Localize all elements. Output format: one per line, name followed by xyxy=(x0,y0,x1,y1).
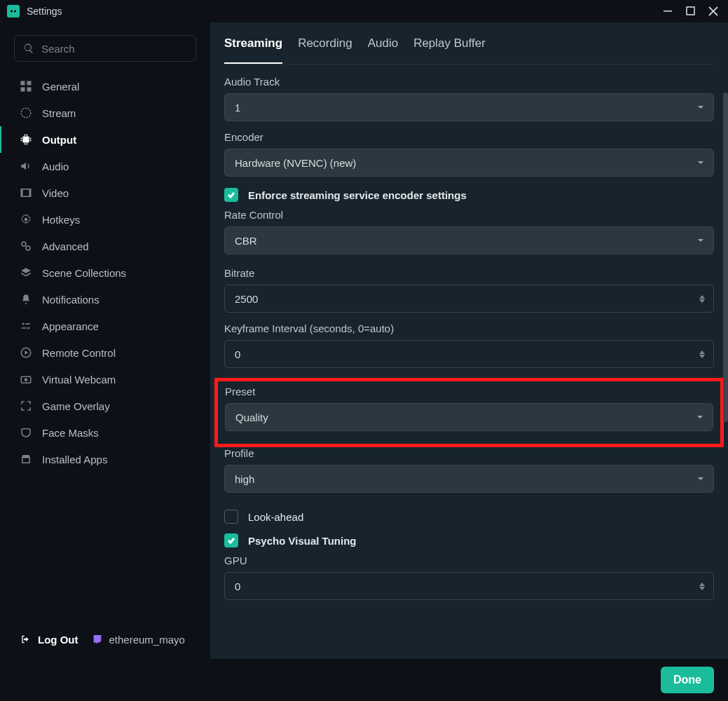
main-panel: Streaming Recording Audio Replay Buffer … xyxy=(210,22,728,659)
search-container xyxy=(0,35,210,73)
sidebar-item-video[interactable]: Video xyxy=(0,179,210,206)
sidebar-item-advanced[interactable]: Advanced xyxy=(0,233,210,259)
sidebar-item-notifications[interactable]: Notifications xyxy=(0,286,210,313)
chevron-down-icon xyxy=(696,413,704,421)
svg-rect-19 xyxy=(21,189,22,197)
svg-point-1 xyxy=(14,11,16,13)
field-encoder: Encoder Hardware (NVENC) (new) xyxy=(224,131,714,177)
sidebar-item-installed-apps[interactable]: Installed Apps xyxy=(0,446,210,472)
select-preset[interactable]: Quality xyxy=(225,403,713,431)
sidebar-item-label: Game Overlay xyxy=(42,400,110,412)
scrollbar-track[interactable] xyxy=(723,72,728,659)
field-preset: Preset Quality xyxy=(225,386,713,431)
number-stepper[interactable] xyxy=(699,285,709,312)
svg-rect-20 xyxy=(29,189,31,197)
sidebar-item-appearance[interactable]: Appearance xyxy=(0,313,210,339)
layers-icon xyxy=(20,266,32,279)
search-input[interactable] xyxy=(41,43,187,55)
maximize-button[interactable] xyxy=(686,6,696,16)
username-label: ethereum_mayo xyxy=(109,634,184,646)
sidebar-item-general[interactable]: General xyxy=(0,73,210,100)
enforce-row[interactable]: Enforce streaming service encoder settin… xyxy=(224,188,714,202)
scrollbar-thumb[interactable] xyxy=(723,93,728,422)
select-profile[interactable]: high xyxy=(224,465,714,493)
svg-rect-4 xyxy=(21,81,25,86)
input-bitrate[interactable]: 2500 xyxy=(224,285,714,313)
select-rate-control[interactable]: CBR xyxy=(224,226,714,254)
grid-icon xyxy=(20,80,32,93)
minimize-button[interactable] xyxy=(664,6,673,16)
sidebar-item-stream[interactable]: Stream xyxy=(0,100,210,126)
select-audio-track[interactable]: 1 xyxy=(224,93,714,121)
play-circle-icon xyxy=(20,346,32,359)
sidebar-item-output[interactable]: Output xyxy=(0,126,210,153)
mask-icon xyxy=(20,426,32,439)
number-stepper[interactable] xyxy=(699,341,709,367)
logout-label: Log Out xyxy=(38,634,78,646)
chevron-down-icon xyxy=(696,236,705,245)
sliders-icon xyxy=(20,320,32,332)
store-icon xyxy=(20,453,32,465)
sidebar-item-face-masks[interactable]: Face Masks xyxy=(0,419,210,446)
svg-point-27 xyxy=(27,327,29,329)
field-label: Audio Track xyxy=(224,76,714,88)
input-keyframe-interval[interactable]: 0 xyxy=(224,340,714,368)
film-icon xyxy=(20,186,32,199)
sidebar-item-audio[interactable]: Audio xyxy=(0,153,210,179)
input-value: 0 xyxy=(235,348,240,360)
done-button[interactable]: Done xyxy=(661,667,714,693)
checkbox-enforce[interactable] xyxy=(224,188,238,202)
tab-replay-buffer[interactable]: Replay Buffer xyxy=(413,36,486,63)
field-label: GPU xyxy=(224,554,714,566)
psycho-row[interactable]: Psycho Visual Tuning xyxy=(224,533,714,547)
look-ahead-row[interactable]: Look-ahead xyxy=(224,510,714,524)
sidebar-item-hotkeys[interactable]: Hotkeys xyxy=(0,206,210,233)
input-gpu[interactable]: 0 xyxy=(224,572,714,600)
sidebar-item-label: Notifications xyxy=(42,294,99,306)
svg-rect-5 xyxy=(27,81,32,86)
input-value: 2500 xyxy=(235,293,258,305)
checkbox-look-ahead[interactable] xyxy=(224,510,238,524)
svg-rect-26 xyxy=(25,323,30,325)
select-value: high xyxy=(235,473,254,485)
search-icon xyxy=(23,43,41,54)
expand-icon xyxy=(20,400,32,412)
checkbox-psycho[interactable] xyxy=(224,533,238,547)
svg-rect-6 xyxy=(21,88,25,92)
sidebar-item-scene-collections[interactable]: Scene Collections xyxy=(0,259,210,286)
logout-button[interactable]: Log Out xyxy=(20,634,78,646)
sidebar-item-game-overlay[interactable]: Game Overlay xyxy=(0,393,210,419)
chip-icon xyxy=(20,133,32,146)
gear-icon xyxy=(20,213,32,226)
titlebar: Settings xyxy=(0,0,728,22)
gears-icon xyxy=(20,240,32,252)
field-label: Profile xyxy=(224,447,714,459)
sidebar-item-remote-control[interactable]: Remote Control xyxy=(0,339,210,366)
chevron-down-icon xyxy=(696,103,705,111)
sidebar-item-virtual-webcam[interactable]: Virtual Webcam xyxy=(0,366,210,393)
field-bitrate: Bitrate 2500 xyxy=(224,267,714,313)
tab-streaming[interactable]: Streaming xyxy=(224,36,282,63)
volume-icon xyxy=(20,160,32,172)
close-button[interactable] xyxy=(708,6,718,16)
svg-rect-17 xyxy=(27,143,28,144)
svg-rect-7 xyxy=(27,88,32,92)
checkbox-label: Look-ahead xyxy=(248,511,303,523)
tab-audio[interactable]: Audio xyxy=(368,36,398,63)
field-audio-track: Audio Track 1 xyxy=(224,76,714,121)
svg-point-23 xyxy=(26,246,30,250)
number-stepper[interactable] xyxy=(699,573,709,599)
user-chip[interactable]: ethereum_mayo xyxy=(92,634,184,646)
checkbox-label: Psycho Visual Tuning xyxy=(248,535,356,547)
svg-point-25 xyxy=(22,323,25,325)
sidebar-item-label: Remote Control xyxy=(42,347,116,359)
tab-recording[interactable]: Recording xyxy=(298,36,352,63)
sidebar-item-label: Face Masks xyxy=(42,427,99,439)
select-encoder[interactable]: Hardware (NVENC) (new) xyxy=(224,149,714,177)
search-input-wrap[interactable] xyxy=(14,35,196,62)
bell-icon xyxy=(20,293,32,306)
field-rate-control: Rate Control CBR xyxy=(224,209,714,254)
footer-actions: Done xyxy=(0,659,728,701)
field-label: Preset xyxy=(225,386,713,397)
sidebar-item-label: Hotkeys xyxy=(42,214,80,226)
